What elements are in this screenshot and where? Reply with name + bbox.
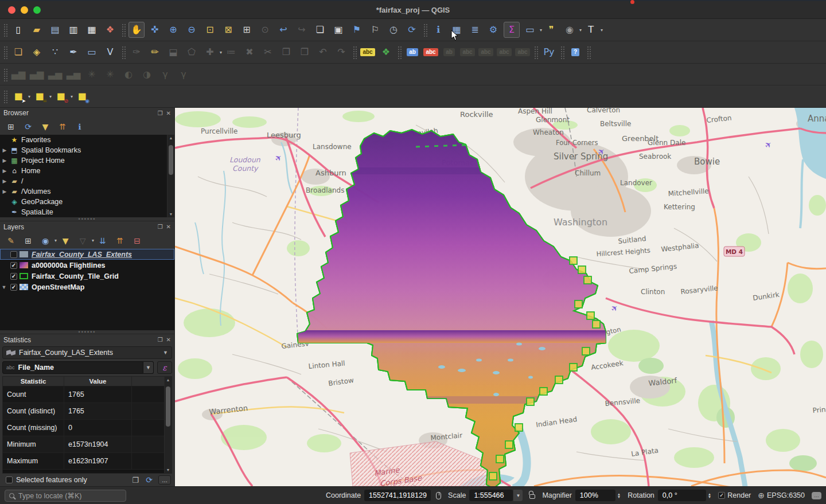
coordinate-input[interactable]: 1552741,1918129 (364, 490, 431, 501)
toolbar-drag-handle[interactable] (586, 45, 591, 59)
map-canvas[interactable]: PurcellvilleLoudounCountyLeesburgLansdow… (175, 108, 826, 486)
browser-item-geopackage[interactable]: ◈GeoPackage (0, 197, 167, 207)
open-layer-styling-panel-button[interactable]: ✎ (4, 234, 18, 248)
new-temporary-scratch-layer-button[interactable]: ▭ (84, 44, 100, 60)
statistics-scrollbar[interactable]: ▲ ▼ (164, 377, 172, 473)
refresh-map-button[interactable]: ⟳ (404, 22, 420, 38)
toolbar-drag-handle[interactable] (121, 23, 126, 37)
expand-arrow-icon[interactable]: ▶ (0, 168, 9, 174)
new-project-button[interactable]: ▯ (10, 22, 26, 38)
select-features-by-value-dropdown-icon[interactable]: ▾ (49, 94, 52, 99)
float-panel-icon[interactable]: ❐ (158, 110, 163, 116)
temporal-controller-button[interactable]: ◷ (385, 22, 402, 38)
render-checkbox[interactable]: ✓ (718, 492, 725, 499)
annotations-dropdown-icon[interactable]: ▾ (579, 28, 582, 33)
manage-map-themes-dropdown-icon[interactable]: ▾ (54, 238, 57, 243)
new-spatialite-layer-button[interactable]: ✒ (65, 44, 81, 60)
measure-line-button[interactable]: ▭ (522, 22, 538, 38)
close-panel-icon[interactable]: ✕ (166, 224, 171, 230)
scale-dropdown-button[interactable]: ▼ (513, 490, 523, 501)
filter-browser-button[interactable]: ▼ (38, 120, 52, 134)
refresh-browser-button[interactable]: ⟳ (21, 120, 35, 134)
identify-features-button[interactable]: ℹ (430, 22, 446, 38)
pan-to-selection-button[interactable]: ✜ (147, 22, 163, 38)
stat-row[interactable]: Maximume1623n1907 (3, 453, 164, 470)
deselect-features-all-layers-button[interactable]: ■⊘ (53, 88, 69, 104)
zoom-last-button[interactable]: ↩ (275, 22, 291, 38)
close-panel-icon[interactable]: ✕ (166, 110, 171, 116)
toolbar-drag-handle[interactable] (121, 45, 126, 59)
browser-item-volumes[interactable]: ▶▰/Volumes (0, 186, 167, 197)
vertex-tool-dropdown-icon[interactable]: ▾ (220, 50, 222, 55)
expand-all-layers-button[interactable]: ⇊ (96, 234, 110, 248)
browser-item-home[interactable]: ▶⌂Home (0, 166, 167, 176)
select-by-location-button[interactable]: ■◉ (74, 88, 90, 104)
panel-resize-handle[interactable]: •••••• (0, 330, 174, 334)
show-spatial-bookmarks-button[interactable]: ⚐ (367, 22, 383, 38)
layer-item-openstreetmap[interactable]: ▼✓OpenStreetMap (0, 282, 174, 292)
save-project-button[interactable]: ▤ (47, 22, 63, 38)
filter-by-expression-dropdown-icon[interactable]: ▾ (92, 238, 94, 243)
browser-item-favorites[interactable]: ★Favorites (0, 135, 167, 145)
new-geopackage-layer-button[interactable]: ◈ (29, 44, 45, 60)
toolbar-drag-handle[interactable] (352, 45, 357, 59)
stat-row[interactable]: Minimume1573n1904 (3, 436, 164, 453)
expression-builder-button[interactable]: ε (157, 361, 172, 374)
stat-row[interactable]: Count1765 (3, 386, 164, 403)
float-panel-icon[interactable]: ❐ (158, 224, 163, 230)
zoom-to-layer-button[interactable]: ⊞ (239, 22, 255, 38)
statistics-options-button[interactable]: … (158, 475, 171, 485)
browser-properties-button[interactable]: ℹ (73, 120, 87, 134)
close-panel-icon[interactable]: ✕ (166, 337, 171, 343)
browser-item-spatial-bookmarks[interactable]: ▶⬒Spatial Bookmarks (0, 145, 167, 155)
select-features-button[interactable]: ■➤ (10, 88, 26, 104)
browser-scrollbar[interactable]: ▲ ▼ (167, 135, 174, 217)
toolbar-drag-handle[interactable] (423, 23, 427, 37)
open-project-button[interactable]: ▰ (29, 22, 45, 38)
processing-toolbox-button[interactable]: ⚙ (485, 22, 501, 38)
lock-scale-icon[interactable] (529, 494, 535, 499)
float-panel-icon[interactable]: ❐ (158, 337, 163, 343)
toolbar-drag-handle[interactable] (3, 23, 7, 37)
text-annotation-button[interactable]: T (583, 22, 599, 38)
selected-features-only-checkbox[interactable] (6, 476, 13, 483)
expand-arrow-icon[interactable]: ▶ (0, 178, 9, 184)
show-statistics-panel-button[interactable]: Σ (504, 22, 520, 38)
manage-map-themes-button[interactable]: ◉ (38, 234, 52, 248)
new-map-view-button[interactable]: ❏ (312, 22, 328, 38)
browser-item-project-home[interactable]: ▶▦Project Home (0, 155, 167, 166)
stat-column-header[interactable]: Statistic (3, 377, 64, 386)
magnifier-stepper[interactable]: ▲▼ (617, 493, 621, 498)
recalculate-statistics-button[interactable]: ⟳ (143, 474, 155, 486)
zoom-out-button[interactable]: ⊖ (184, 22, 200, 38)
toolbar-drag-handle[interactable] (560, 45, 564, 59)
scale-input[interactable]: 1:555466 (469, 490, 513, 501)
toolbar-drag-handle[interactable] (533, 45, 538, 59)
panel-resize-handle[interactable]: •••••• (0, 217, 174, 221)
rotation-input[interactable]: 0,0 ° (658, 490, 706, 501)
collapse-all-button[interactable]: ⇈ (56, 120, 69, 134)
new-3d-map-view-button[interactable]: ▣ (330, 22, 346, 38)
layer-visibility-checkbox[interactable]: ✓ (10, 262, 17, 269)
toggle-editing-button[interactable]: ✏ (147, 44, 163, 60)
deselect-features-all-layers-dropdown-icon[interactable]: ▾ (71, 94, 73, 99)
new-spatial-bookmark-button[interactable]: ⚑ (349, 22, 365, 38)
zoom-to-selection-button[interactable]: ⊠ (220, 22, 236, 38)
toolbar-drag-handle[interactable] (3, 68, 7, 81)
layer-item-a0000000a-flightlines[interactable]: ✓a0000000a Flightlines (0, 260, 174, 271)
expand-arrow-icon[interactable]: ▶ (0, 158, 9, 163)
expand-arrow-icon[interactable]: ▶ (0, 147, 9, 153)
layer-diagram-options-button[interactable]: ❖ (378, 44, 394, 60)
statistics-field-select[interactable]: abc File_Name (2, 361, 143, 374)
toggle-extents-icon[interactable] (436, 492, 441, 499)
add-selected-layers-button[interactable]: ⊞ (4, 120, 18, 134)
expand-arrow-icon[interactable]: ▶ (0, 189, 9, 194)
remove-layer-button[interactable]: ⊟ (130, 234, 144, 248)
layer-item-fairfax-county-las-extents[interactable]: Fairfax_County_LAS_Extents (0, 249, 174, 260)
layer-visibility-checkbox[interactable]: ✓ (10, 273, 17, 280)
magnifier-input[interactable]: 100% (575, 490, 615, 501)
locator-search-input[interactable]: Type to locate (⌘K) (5, 490, 126, 502)
browser-item-[interactable]: ▶▰/ (0, 176, 167, 186)
statistics-layer-select[interactable]: Fairfax_County_LAS_Extents ▼ (2, 346, 172, 359)
python-console-button[interactable]: Py (541, 44, 557, 60)
